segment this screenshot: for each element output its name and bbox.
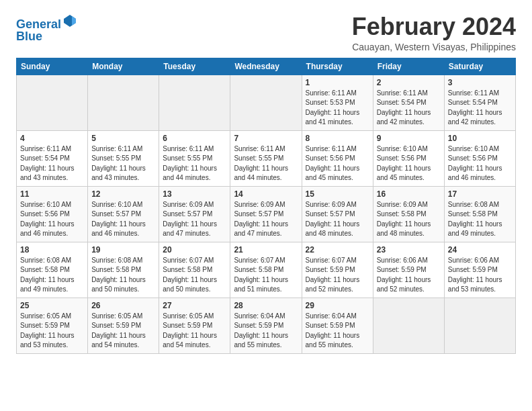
day-number: 21 — [234, 245, 298, 255]
day-info: Sunrise: 6:09 AM Sunset: 5:57 PM Dayligh… — [306, 200, 369, 239]
logo-icon — [62, 13, 77, 28]
calendar-cell: 22Sunrise: 6:07 AM Sunset: 5:59 PM Dayli… — [302, 242, 373, 298]
day-number: 8 — [306, 134, 369, 143]
day-number: 16 — [377, 189, 441, 199]
day-number: 27 — [163, 301, 226, 310]
day-number: 11 — [20, 189, 84, 199]
day-info: Sunrise: 6:10 AM Sunset: 5:56 PM Dayligh… — [377, 144, 441, 183]
calendar-cell: 25Sunrise: 6:05 AM Sunset: 5:59 PM Dayli… — [17, 298, 88, 353]
calendar-cell: 2Sunrise: 6:11 AM Sunset: 5:54 PM Daylig… — [373, 75, 444, 130]
calendar-cell: 10Sunrise: 6:10 AM Sunset: 5:56 PM Dayli… — [444, 130, 515, 186]
calendar-cell: 26Sunrise: 6:05 AM Sunset: 5:59 PM Dayli… — [88, 298, 159, 353]
header-thursday: Thursday — [302, 58, 373, 75]
day-number: 25 — [20, 301, 84, 310]
calendar-cell: 8Sunrise: 6:11 AM Sunset: 5:56 PM Daylig… — [302, 130, 373, 186]
calendar-table: Sunday Monday Tuesday Wednesday Thursday… — [16, 58, 516, 354]
calendar-week-2: 4Sunrise: 6:11 AM Sunset: 5:54 PM Daylig… — [17, 130, 516, 186]
calendar-cell: 9Sunrise: 6:10 AM Sunset: 5:56 PM Daylig… — [373, 130, 444, 186]
day-info: Sunrise: 6:07 AM Sunset: 5:58 PM Dayligh… — [234, 256, 298, 295]
day-number: 6 — [163, 134, 226, 143]
day-info: Sunrise: 6:08 AM Sunset: 5:58 PM Dayligh… — [91, 256, 155, 295]
day-number: 20 — [163, 245, 226, 255]
day-info: Sunrise: 6:11 AM Sunset: 5:56 PM Dayligh… — [306, 144, 369, 183]
day-info: Sunrise: 6:07 AM Sunset: 5:59 PM Dayligh… — [306, 256, 369, 295]
calendar-cell: 20Sunrise: 6:07 AM Sunset: 5:58 PM Dayli… — [159, 242, 230, 298]
day-info: Sunrise: 6:06 AM Sunset: 5:59 PM Dayligh… — [377, 256, 441, 295]
day-number: 10 — [448, 134, 512, 143]
day-number: 19 — [91, 245, 155, 255]
svg-marker-1 — [72, 16, 76, 26]
day-number: 14 — [234, 189, 298, 199]
calendar-cell: 1Sunrise: 6:11 AM Sunset: 5:53 PM Daylig… — [302, 75, 373, 130]
calendar-cell — [159, 75, 230, 130]
calendar-title: February 2024 — [352, 13, 516, 40]
day-number: 4 — [20, 134, 84, 143]
calendar-cell: 15Sunrise: 6:09 AM Sunset: 5:57 PM Dayli… — [302, 186, 373, 242]
calendar-cell: 3Sunrise: 6:11 AM Sunset: 5:54 PM Daylig… — [444, 75, 515, 130]
day-info: Sunrise: 6:04 AM Sunset: 5:59 PM Dayligh… — [306, 312, 369, 351]
day-info: Sunrise: 6:08 AM Sunset: 5:58 PM Dayligh… — [448, 200, 512, 239]
calendar-cell: 13Sunrise: 6:09 AM Sunset: 5:57 PM Dayli… — [159, 186, 230, 242]
calendar-cell — [17, 75, 88, 130]
day-info: Sunrise: 6:10 AM Sunset: 5:56 PM Dayligh… — [20, 200, 84, 239]
calendar-cell: 28Sunrise: 6:04 AM Sunset: 5:59 PM Dayli… — [230, 298, 302, 353]
logo: General Blue — [16, 13, 77, 44]
day-info: Sunrise: 6:04 AM Sunset: 5:59 PM Dayligh… — [234, 312, 298, 351]
day-info: Sunrise: 6:11 AM Sunset: 5:54 PM Dayligh… — [377, 89, 441, 128]
calendar-week-5: 25Sunrise: 6:05 AM Sunset: 5:59 PM Dayli… — [17, 298, 516, 353]
calendar-cell: 21Sunrise: 6:07 AM Sunset: 5:58 PM Dayli… — [230, 242, 302, 298]
header-tuesday: Tuesday — [159, 58, 230, 75]
page-header: General Blue February 2024 Cauayan, West… — [16, 13, 516, 52]
day-info: Sunrise: 6:05 AM Sunset: 5:59 PM Dayligh… — [163, 312, 226, 351]
day-info: Sunrise: 6:11 AM Sunset: 5:55 PM Dayligh… — [234, 144, 298, 183]
calendar-cell — [444, 298, 515, 353]
calendar-cell: 14Sunrise: 6:09 AM Sunset: 5:57 PM Dayli… — [230, 186, 302, 242]
calendar-week-4: 18Sunrise: 6:08 AM Sunset: 5:58 PM Dayli… — [17, 242, 516, 298]
calendar-week-1: 1Sunrise: 6:11 AM Sunset: 5:53 PM Daylig… — [17, 75, 516, 130]
weekday-header-row: Sunday Monday Tuesday Wednesday Thursday… — [17, 58, 516, 75]
day-info: Sunrise: 6:09 AM Sunset: 5:58 PM Dayligh… — [377, 200, 441, 239]
day-info: Sunrise: 6:11 AM Sunset: 5:53 PM Dayligh… — [306, 89, 369, 128]
calendar-cell — [88, 75, 159, 130]
header-sunday: Sunday — [17, 58, 88, 75]
day-info: Sunrise: 6:07 AM Sunset: 5:58 PM Dayligh… — [163, 256, 226, 295]
day-info: Sunrise: 6:11 AM Sunset: 5:54 PM Dayligh… — [20, 144, 84, 183]
calendar-cell: 6Sunrise: 6:11 AM Sunset: 5:55 PM Daylig… — [159, 130, 230, 186]
header-wednesday: Wednesday — [230, 58, 302, 75]
calendar-subtitle: Cauayan, Western Visayas, Philippines — [352, 42, 516, 52]
calendar-cell: 24Sunrise: 6:06 AM Sunset: 5:59 PM Dayli… — [444, 242, 515, 298]
day-number: 29 — [306, 301, 369, 310]
calendar-cell: 11Sunrise: 6:10 AM Sunset: 5:56 PM Dayli… — [17, 186, 88, 242]
day-number: 23 — [377, 245, 441, 255]
calendar-cell — [373, 298, 444, 353]
day-number: 18 — [20, 245, 84, 255]
day-info: Sunrise: 6:11 AM Sunset: 5:54 PM Dayligh… — [448, 89, 512, 128]
day-number: 24 — [448, 245, 512, 255]
day-info: Sunrise: 6:09 AM Sunset: 5:57 PM Dayligh… — [234, 200, 298, 239]
calendar-cell: 18Sunrise: 6:08 AM Sunset: 5:58 PM Dayli… — [17, 242, 88, 298]
day-number: 9 — [377, 134, 441, 143]
calendar-cell: 19Sunrise: 6:08 AM Sunset: 5:58 PM Dayli… — [88, 242, 159, 298]
calendar-cell: 27Sunrise: 6:05 AM Sunset: 5:59 PM Dayli… — [159, 298, 230, 353]
calendar-week-3: 11Sunrise: 6:10 AM Sunset: 5:56 PM Dayli… — [17, 186, 516, 242]
day-info: Sunrise: 6:11 AM Sunset: 5:55 PM Dayligh… — [163, 144, 226, 183]
day-number: 7 — [234, 134, 298, 143]
header-friday: Friday — [373, 58, 444, 75]
day-number: 17 — [448, 189, 512, 199]
day-number: 3 — [448, 78, 512, 87]
calendar-cell — [230, 75, 302, 130]
day-number: 5 — [91, 134, 155, 143]
day-info: Sunrise: 6:09 AM Sunset: 5:57 PM Dayligh… — [163, 200, 226, 239]
day-number: 15 — [306, 189, 369, 199]
day-info: Sunrise: 6:10 AM Sunset: 5:56 PM Dayligh… — [448, 144, 512, 183]
header-monday: Monday — [88, 58, 159, 75]
day-number: 1 — [306, 78, 369, 87]
calendar-cell: 16Sunrise: 6:09 AM Sunset: 5:58 PM Dayli… — [373, 186, 444, 242]
day-info: Sunrise: 6:05 AM Sunset: 5:59 PM Dayligh… — [20, 312, 84, 351]
day-number: 22 — [306, 245, 369, 255]
calendar-cell: 5Sunrise: 6:11 AM Sunset: 5:55 PM Daylig… — [88, 130, 159, 186]
day-number: 12 — [91, 189, 155, 199]
title-block: February 2024 Cauayan, Western Visayas, … — [352, 13, 516, 52]
day-number: 28 — [234, 301, 298, 310]
day-number: 26 — [91, 301, 155, 310]
